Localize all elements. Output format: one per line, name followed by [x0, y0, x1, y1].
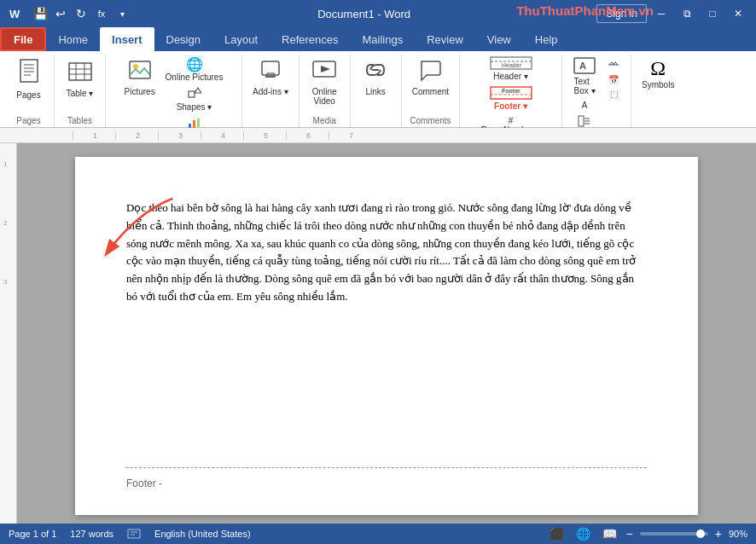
header-button[interactable]: Header Header ▾	[478, 55, 544, 83]
addins-icon	[259, 58, 282, 85]
symbols-icon: Ω	[650, 58, 666, 78]
status-bar: Page 1 of 1 127 words English (United St…	[0, 524, 756, 544]
addins-label: Add-ins ▾	[253, 87, 288, 96]
shapes-icon	[188, 87, 201, 102]
document-area[interactable]: Dọc theo hai bên bờ sông là hai hàng cây…	[17, 143, 756, 524]
quick-access-toolbar: 💾 ↩ ↻ fx ▾	[31, 4, 131, 23]
brand-watermark: ThuThuatPhanMem.vn	[516, 3, 654, 18]
save-qa-button[interactable]: 💾	[31, 4, 49, 23]
svg-rect-39	[128, 530, 140, 538]
ruler: 1 2 3 4 5 6 7	[0, 128, 756, 143]
ribbon-group-media: OnlineVideo Media	[299, 55, 351, 127]
ribbon-group-links: Links	[351, 55, 402, 127]
symbols-button[interactable]: Ω Symbols	[638, 55, 677, 91]
header-label: Header ▾	[493, 72, 528, 81]
ribbon-tabs: File Home Insert Design Layout Reference…	[0, 27, 756, 51]
tab-file[interactable]: File	[0, 27, 46, 51]
online-video-button[interactable]: OnlineVideo	[307, 55, 341, 107]
comment-icon	[418, 58, 442, 85]
document-body-text[interactable]: Dọc theo hai bên bờ sông là hai hàng cây…	[126, 200, 647, 306]
tab-review[interactable]: Review	[415, 27, 475, 51]
tab-design[interactable]: Design	[154, 27, 212, 51]
view-web-icon[interactable]: 🌐	[573, 527, 593, 541]
online-pictures-button[interactable]: 🌐 Online Pictures	[162, 55, 227, 84]
page-number-icon: #	[509, 116, 514, 125]
online-pictures-icon: 🌐	[186, 56, 203, 72]
close-button[interactable]: ✕	[727, 4, 749, 23]
view-read-icon[interactable]: 📖	[600, 527, 619, 541]
links-button[interactable]: Links	[358, 55, 393, 98]
undo-qa-button[interactable]: ↩	[51, 4, 70, 23]
svg-text:Header: Header	[502, 62, 522, 68]
zoom-slider[interactable]	[640, 532, 708, 535]
links-label: Links	[366, 87, 386, 96]
ribbon-group-illustrations: Pictures 🌐 Online Pictures Shapes ▾	[106, 55, 242, 127]
svg-rect-14	[189, 91, 195, 97]
tab-help[interactable]: Help	[523, 27, 570, 51]
footer-label: Footer ▾	[494, 101, 527, 111]
status-right: ⬛ 🌐 📖 − + 90%	[547, 527, 747, 541]
pages-button[interactable]: Pages	[12, 55, 46, 101]
date-button[interactable]: 📅	[603, 73, 624, 86]
view-print-icon[interactable]: ⬛	[547, 527, 567, 541]
ribbon-group-tables: Table ▾ Tables	[55, 55, 106, 127]
links-items: Links	[358, 55, 393, 124]
formula-qa-button[interactable]: fx	[92, 4, 111, 23]
zoom-level: 90%	[729, 529, 747, 539]
pictures-button[interactable]: Pictures	[121, 55, 159, 98]
media-items: OnlineVideo	[307, 55, 341, 114]
signature-button[interactable]	[603, 55, 624, 72]
svg-text:W: W	[9, 8, 20, 20]
pictures-icon	[128, 58, 152, 85]
zoom-minus-button[interactable]: −	[626, 527, 633, 541]
comments-group-label: Comments	[409, 114, 452, 127]
ruler-mark-1: 1	[73, 131, 115, 140]
symbols-label: Symbols	[642, 80, 674, 90]
ribbon-group-addins: Add-ins ▾	[242, 55, 299, 127]
footer-button[interactable]: Footer Footer ▾	[478, 84, 544, 113]
language-status: English (United States)	[154, 529, 251, 539]
ribbon-group-headerfooter: Header Header ▾ Footer Footer ▾	[460, 55, 562, 127]
ruler-mark-3: 3	[158, 131, 201, 140]
footer-icon: Footer	[490, 86, 532, 101]
wordart-button[interactable]: A	[569, 99, 600, 112]
ruler-marks: 1 2 3 4 5 6 7	[73, 131, 371, 140]
restore-button[interactable]: ⧉	[676, 4, 698, 23]
pages-label: Pages	[16, 90, 40, 100]
shapes-button[interactable]: Shapes ▾	[162, 85, 227, 113]
ruler-mark-6: 6	[286, 131, 329, 140]
svg-rect-7	[69, 63, 91, 80]
dropcap-icon	[578, 115, 591, 129]
comment-button[interactable]: Comment	[409, 55, 452, 98]
svg-rect-12	[130, 61, 150, 78]
redo-qa-button[interactable]: ↻	[72, 4, 90, 23]
tables-items: Table ▾	[63, 55, 97, 114]
zoom-thumb	[696, 530, 705, 538]
zoom-plus-button[interactable]: +	[715, 527, 722, 541]
tab-home[interactable]: Home	[46, 27, 100, 51]
comment-label: Comment	[412, 87, 449, 96]
document-page: Dọc theo hai bên bờ sông là hai hàng cây…	[75, 157, 698, 515]
tab-view[interactable]: View	[475, 27, 523, 51]
addins-button[interactable]: Add-ins ▾	[249, 55, 292, 98]
ruler-mark-5: 5	[243, 131, 286, 140]
table-icon	[67, 58, 93, 87]
online-video-label: OnlineVideo	[312, 87, 337, 106]
pages-items: Pages	[12, 55, 46, 114]
qa-dropdown-button[interactable]: ▾	[113, 4, 131, 23]
tab-insert[interactable]: Insert	[100, 27, 154, 51]
object-button[interactable]: ⬚	[603, 88, 624, 101]
table-button[interactable]: Table ▾	[63, 55, 97, 100]
svg-rect-33	[579, 116, 584, 126]
main-area: 1 2 3 Dọc theo hai bên bờ sông là hai hà…	[0, 143, 756, 524]
tab-references[interactable]: References	[270, 27, 350, 51]
header-icon: Header	[490, 56, 532, 72]
pages-icon	[17, 58, 41, 89]
tab-layout[interactable]: Layout	[212, 27, 270, 51]
textbox-button[interactable]: A TextBox ▾	[569, 55, 600, 97]
ribbon-group-text: A TextBox ▾ A	[562, 55, 631, 127]
maximize-button[interactable]: □	[701, 4, 724, 23]
tab-mailings[interactable]: Mailings	[351, 27, 416, 51]
text-col: A TextBox ▾ A	[569, 55, 600, 130]
text-col2: 📅 ⬚	[603, 55, 624, 101]
